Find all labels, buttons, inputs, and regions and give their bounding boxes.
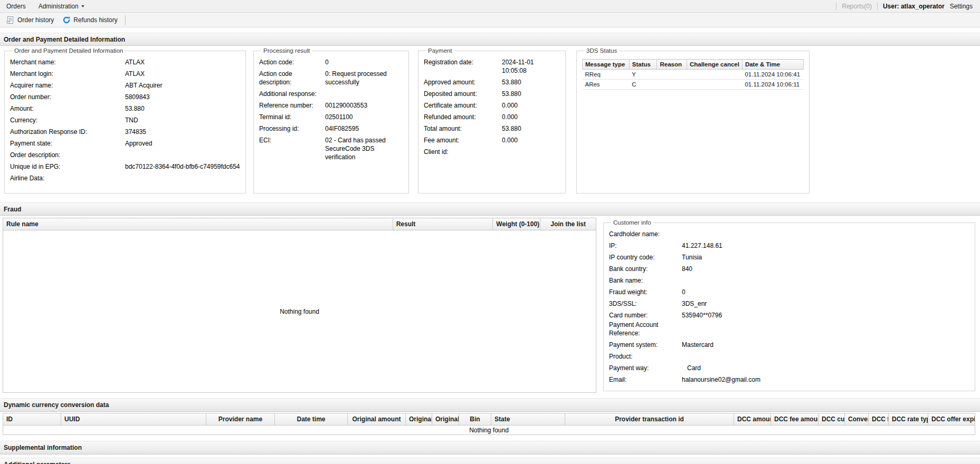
tds-cell: 01.11.2024 10:06:11 bbox=[742, 80, 803, 90]
info-row: Authorization Response ID:374835 bbox=[10, 128, 240, 136]
section-additional-header: Additional parameters bbox=[0, 458, 980, 464]
dcc-col-dcc-offer-expiry: DCC offer expiry bbox=[928, 413, 975, 425]
info-row: Action code:0 bbox=[259, 58, 403, 66]
tds-cell bbox=[657, 70, 687, 80]
customer-info-legend: Customer info bbox=[611, 219, 653, 226]
field-value: 41.227.148.61 bbox=[682, 241, 969, 250]
refunds-history-button[interactable]: Refunds history bbox=[58, 14, 121, 26]
field-value: 2024-11-01 10:05:08 bbox=[502, 58, 560, 75]
field-value: 0: Request processed successfully bbox=[325, 70, 403, 86]
table-row: ARes C 01.11.2024 10:06:11 bbox=[583, 80, 804, 90]
fraud-table-header: Rule name Result Weight (0-100) Join the… bbox=[3, 218, 596, 230]
field-value bbox=[125, 151, 240, 159]
chevron-down-icon bbox=[81, 5, 84, 7]
info-row: Fee amount:0.000 bbox=[424, 136, 560, 144]
menu-settings[interactable]: Settings bbox=[950, 3, 973, 10]
info-row: 3DS/SSL:3DS_enr bbox=[609, 299, 969, 308]
field-label: Additional response: bbox=[259, 90, 325, 98]
fraud-table-empty-state: Nothing found bbox=[3, 230, 596, 393]
tds-cell: C bbox=[629, 80, 657, 90]
dcc-col-id: ID bbox=[3, 413, 61, 425]
field-value: 02 - Card has passed SecureCode 3DS veri… bbox=[325, 136, 403, 161]
field-label: Action code: bbox=[259, 58, 325, 66]
info-row: Action code description:0: Request proce… bbox=[259, 70, 403, 86]
field-value: 0.000 bbox=[502, 113, 560, 121]
processing-result-fieldset: Processing result Action code:0 Action c… bbox=[253, 47, 409, 194]
dcc-col-date-time: Date time bbox=[275, 413, 348, 425]
refunds-history-label: Refunds history bbox=[73, 16, 117, 24]
field-value: 840 bbox=[682, 265, 969, 273]
order-history-button[interactable]: Order history bbox=[2, 14, 58, 26]
tds-col-status: Status bbox=[629, 60, 657, 70]
tds-col-reason: Reason bbox=[657, 60, 687, 70]
tds-status-table: Message type Status Reason Challenge can… bbox=[582, 59, 804, 90]
field-value bbox=[682, 352, 969, 361]
separator bbox=[125, 15, 126, 25]
dcc-col-dcc-rate-type: DCC rate type bbox=[889, 413, 928, 425]
field-value: ATLAX bbox=[125, 70, 240, 78]
info-row: Merchant name:ATLAX bbox=[10, 58, 240, 66]
field-value: 04IF082595 bbox=[325, 124, 403, 133]
menu-orders[interactable]: Orders bbox=[0, 0, 32, 13]
field-value: 001290003553 bbox=[325, 101, 403, 110]
info-row: Total amount:53.880 bbox=[424, 124, 560, 133]
tds-status-fieldset: 3DS Status Message type Status Reason Ch… bbox=[576, 47, 810, 194]
separator bbox=[877, 3, 878, 10]
info-row: Card number:535940**0796 bbox=[609, 311, 969, 320]
field-value bbox=[125, 174, 240, 182]
field-value: ATLAX bbox=[125, 58, 240, 66]
tds-cell: Y bbox=[629, 70, 657, 80]
dcc-col-dcc-amount: DCC amount bbox=[734, 413, 771, 425]
field-value: Tunisia bbox=[682, 253, 969, 262]
field-label: Merchant login: bbox=[10, 70, 125, 78]
menu-administration[interactable]: Administration bbox=[32, 0, 91, 13]
info-row: IP country code:Tunisia bbox=[609, 253, 969, 262]
section-dcc-title: Dynamic currency conversion data bbox=[4, 401, 109, 409]
field-value: 53.880 bbox=[502, 124, 560, 133]
tds-header-row: Message type Status Reason Challenge can… bbox=[583, 60, 804, 70]
tds-cell: 01.11.2024 10:06:41 bbox=[742, 70, 803, 80]
field-label: Authorization Response ID: bbox=[10, 128, 125, 136]
info-row: Payment way:Card bbox=[609, 364, 969, 372]
dcc-col-dcc-fee-amount: DCC fee amount bbox=[771, 413, 819, 425]
info-row: Payment state:Approved bbox=[10, 139, 240, 148]
info-row: Fraud weight:0 bbox=[609, 288, 969, 296]
field-value bbox=[682, 276, 969, 285]
info-row: ECI:02 - Card has passed SecureCode 3DS … bbox=[259, 136, 403, 161]
field-label: 3DS/SSL: bbox=[609, 299, 682, 308]
info-row: Terminal id:02501100 bbox=[259, 113, 403, 121]
tds-cell: ARes bbox=[583, 80, 630, 90]
field-value: 53.880 bbox=[125, 104, 240, 113]
tds-cell bbox=[687, 80, 742, 90]
order-history-label: Order history bbox=[17, 16, 54, 24]
menu-administration-label: Administration bbox=[39, 3, 79, 10]
info-row: Additional response: bbox=[259, 90, 403, 98]
field-value: Mastercard bbox=[682, 341, 969, 349]
section-main-header: Order and Payment Detailed Information bbox=[0, 33, 980, 46]
info-row: Client id: bbox=[424, 148, 560, 156]
field-value: 53.880 bbox=[502, 90, 560, 98]
info-row: Payment Account Reference: bbox=[609, 321, 969, 337]
field-value: TND bbox=[125, 116, 240, 124]
field-label: Terminal id: bbox=[259, 113, 325, 121]
fraud-col-result: Result bbox=[393, 218, 493, 230]
info-row: Bank country:840 bbox=[609, 265, 969, 273]
tds-cell: RReq bbox=[583, 70, 630, 80]
dcc-col-dcc-fee: DCC fee bbox=[869, 413, 889, 425]
menu-reports: Reports(0) bbox=[842, 3, 872, 10]
info-row: Cardholder name: bbox=[609, 230, 969, 238]
tds-col-datetime: Date & Time bbox=[742, 60, 803, 70]
dcc-col-conversion: Conversi bbox=[845, 413, 869, 425]
field-value: 535940**0796 bbox=[682, 311, 969, 320]
section-fraud-header: Fraud bbox=[0, 202, 980, 216]
dcc-col-original-currency: Original c bbox=[432, 413, 459, 425]
field-value: Card bbox=[682, 364, 969, 372]
field-value: 3DS_enr bbox=[682, 299, 969, 308]
field-value: 0.000 bbox=[502, 136, 560, 144]
info-row: Unique id in EPG:bdc70122-8364-4f0d-bfb6… bbox=[10, 162, 240, 171]
info-row: Product: bbox=[609, 352, 969, 361]
info-row: Order description: bbox=[10, 151, 240, 159]
processing-result-legend: Processing result bbox=[261, 47, 312, 54]
field-value bbox=[682, 230, 969, 238]
field-label: Payment way: bbox=[609, 364, 682, 372]
